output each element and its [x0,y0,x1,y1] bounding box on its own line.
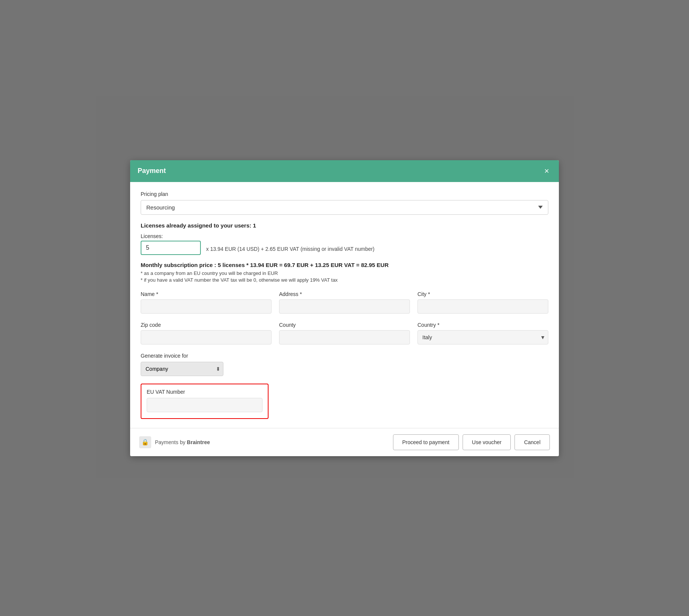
country-select-wrapper: Italy Germany France Spain Other ▼ [417,330,548,344]
subscription-price-text: Monthly subscription price : 5 licenses … [141,262,548,268]
country-label: Country * [417,322,548,328]
invoice-section: Generate invoice for Company Individual … [141,353,548,376]
close-button[interactable]: × [542,166,551,176]
pricing-plan-select[interactable]: Resourcing [141,200,548,215]
form-row-2: Zip code County Country * Italy Germany … [141,322,548,344]
vat-label: EU VAT Number [147,389,263,395]
form-row-1: Name * Address * City * [141,291,548,314]
address-input[interactable] [279,299,410,314]
proceed-to-payment-button[interactable]: Proceed to payment [393,434,459,450]
cancel-button[interactable]: Cancel [514,434,550,450]
lock-icon: 🔒 [139,436,151,448]
city-label: City * [417,291,548,297]
zipcode-group: Zip code [141,322,272,344]
zipcode-input[interactable] [141,330,272,344]
payment-modal: Payment × Pricing plan Resourcing Licens… [130,160,559,456]
licenses-price-text: x 13.94 EUR (14 USD) + 2.65 EUR VAT (mis… [206,246,375,255]
pricing-plan-section: Pricing plan Resourcing [141,191,548,215]
licenses-section: Licenses: x 13.94 EUR (14 USD) + 2.65 EU… [141,233,548,255]
zipcode-label: Zip code [141,322,272,328]
licenses-row: x 13.94 EUR (14 USD) + 2.65 EUR VAT (mis… [141,241,548,255]
country-select[interactable]: Italy Germany France Spain Other [417,330,548,344]
invoice-label: Generate invoice for [141,353,548,359]
braintree-info: 🔒 Payments by Braintree [139,436,210,448]
licenses-assigned-text: Licenses already assigned to your users:… [141,222,548,229]
county-label: County [279,322,410,328]
name-input[interactable] [141,299,272,314]
city-input[interactable] [417,299,548,314]
licenses-label: Licenses: [141,233,548,239]
county-group: County [279,322,410,344]
vat-note-2: * if you have a valid VAT number the VAT… [141,277,548,283]
braintree-text: Payments by Braintree [155,439,210,445]
vat-note-1: * as a company from an EU country you wi… [141,270,548,276]
city-group: City * [417,291,548,314]
modal-title: Payment [138,167,166,175]
vat-section: EU VAT Number [141,384,269,419]
name-label: Name * [141,291,272,297]
braintree-brand: Braintree [187,439,210,445]
modal-footer: 🔒 Payments by Braintree Proceed to payme… [130,428,559,456]
country-group: Country * Italy Germany France Spain Oth… [417,322,548,344]
pricing-plan-label: Pricing plan [141,191,548,197]
address-group: Address * [279,291,410,314]
invoice-select-wrapper: Company Individual ⬍ [141,362,223,376]
address-label: Address * [279,291,410,297]
licenses-input[interactable] [141,241,201,255]
modal-header: Payment × [130,160,559,182]
pricing-plan-select-wrapper: Resourcing [141,200,548,215]
footer-buttons: Proceed to payment Use voucher Cancel [393,434,550,450]
vat-input[interactable] [147,398,263,412]
subscription-section: Monthly subscription price : 5 licenses … [141,262,548,283]
use-voucher-button[interactable]: Use voucher [463,434,511,450]
county-input[interactable] [279,330,410,344]
invoice-select[interactable]: Company Individual [141,362,223,376]
modal-body: Pricing plan Resourcing Licenses already… [130,182,559,428]
name-group: Name * [141,291,272,314]
